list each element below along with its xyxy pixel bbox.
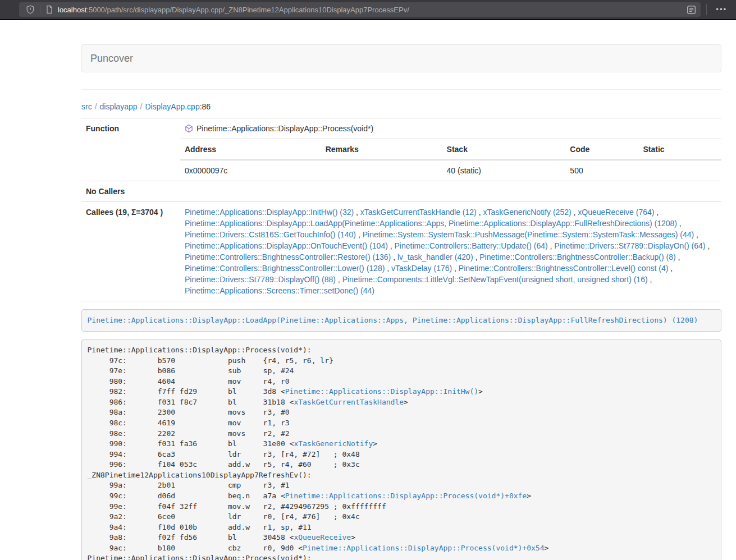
callee-link[interactable]: Pinetime::Controllers::BrightnessControl… xyxy=(479,253,675,261)
breadcrumb-separator: / xyxy=(140,102,143,111)
column-header-remarks: Remarks xyxy=(321,139,442,160)
callee-link[interactable]: Pinetime::Applications::DisplayApp::Init… xyxy=(185,208,354,217)
shield-icon[interactable] xyxy=(26,5,35,14)
toolbar-divider xyxy=(706,4,707,15)
callers-value xyxy=(180,181,721,202)
callee-link[interactable]: Pinetime::Drivers::Cst816S::GetTouchInfo… xyxy=(185,230,356,239)
page-container: Puncover src/displayapp/DisplayApp.cpp:8… xyxy=(81,44,721,560)
function-stats-table: Address Remarks Stack Code Static 0x0000… xyxy=(180,139,721,181)
callee-link[interactable]: Pinetime::System::SystemTask::PushMessag… xyxy=(363,230,694,239)
urlbar-divider xyxy=(40,5,40,15)
callee-link[interactable]: lv_task_handler (420) xyxy=(397,253,473,261)
url-bar[interactable]: localhost:5000/path/src/displayapp/Displ… xyxy=(19,2,701,17)
remarks-value xyxy=(321,160,442,181)
callee-link[interactable]: Pinetime::Controllers::BrightnessControl… xyxy=(185,253,391,261)
stats-header-row: Address Remarks Stack Code Static xyxy=(180,139,721,160)
assembly-code: Pinetime::Applications::DisplayApp::Proc… xyxy=(81,339,721,560)
callee-link[interactable]: Pinetime::Controllers::BrightnessControl… xyxy=(185,264,385,273)
callee-link[interactable]: Pinetime::Components::LittleVgl::SetNewT… xyxy=(342,275,648,284)
callee-link[interactable]: xTaskGetCurrentTaskHandle (12) xyxy=(360,208,477,217)
callee-link[interactable]: Pinetime::Drivers::St7789::DisplayOn() (… xyxy=(554,241,705,250)
asm-symbol-link[interactable]: Pinetime::Applications::DisplayApp::Init… xyxy=(285,387,478,396)
callee-link[interactable]: Pinetime::Drivers::St7789::DisplayOff() … xyxy=(185,275,336,284)
callee-link[interactable]: xTaskGenericNotify (252) xyxy=(483,208,571,217)
app-navbar: Puncover xyxy=(81,44,721,72)
column-header-address: Address xyxy=(180,139,321,160)
package-cube-icon xyxy=(185,124,193,133)
function-row: Function Pinetime::Applications::Display… xyxy=(81,118,721,181)
function-name: Pinetime::Applications::DisplayApp::Proc… xyxy=(196,124,373,133)
callee-link[interactable]: Pinetime::Controllers::BrightnessControl… xyxy=(459,264,668,273)
callee-link[interactable]: Pinetime::Applications::DisplayApp::Load… xyxy=(185,219,677,228)
callee-link[interactable]: Pinetime::Applications::Screens::Timer::… xyxy=(185,286,374,295)
breadcrumb-link-file[interactable]: DisplayApp.cpp xyxy=(145,102,199,111)
brand-link[interactable]: Puncover xyxy=(90,53,133,65)
callees-value: Pinetime::Applications::DisplayApp::Init… xyxy=(180,202,721,301)
address-value: 0x0000097c xyxy=(180,160,321,181)
menu-icon[interactable]: ••• xyxy=(712,2,730,17)
column-header-stack: Stack xyxy=(442,139,566,160)
callers-row: No Callers xyxy=(81,181,721,202)
browser-toolbar: localhost:5000/path/src/displayapp/Displ… xyxy=(0,0,736,20)
asm-symbol-link[interactable]: xQueueReceive xyxy=(294,533,351,541)
stats-value-row: 0x0000097c 40 (static) 500 xyxy=(180,160,721,181)
breadcrumb-link-displayapp[interactable]: displayapp xyxy=(100,102,138,111)
highlighted-symbol-block: Pinetime::Applications::DisplayApp::Load… xyxy=(81,309,721,332)
divider xyxy=(81,89,721,90)
highlighted-symbol-link[interactable]: Pinetime::Applications::DisplayApp::Load… xyxy=(88,316,698,324)
callees-row: Callees (19, Σ=3704 ) Pinetime::Applicat… xyxy=(81,202,721,301)
stack-value: 40 (static) xyxy=(442,160,566,181)
static-value xyxy=(638,160,721,181)
callees-list: Pinetime::Applications::DisplayApp::Init… xyxy=(180,202,721,301)
function-info-table: Function Pinetime::Applications::Display… xyxy=(81,118,721,301)
callee-link[interactable]: vTaskDelay (176) xyxy=(391,264,452,273)
breadcrumb: src/displayapp/DisplayApp.cpp:86 xyxy=(81,101,721,112)
function-row-label: Function xyxy=(81,118,180,181)
breadcrumb-separator: / xyxy=(95,102,97,111)
no-callers-label: No Callers xyxy=(81,181,180,202)
asm-symbol-link[interactable]: xTaskGetCurrentTaskHandle xyxy=(294,398,404,406)
asm-symbol-link[interactable]: Pinetime::Applications::DisplayApp::Proc… xyxy=(285,492,527,500)
url-host: localhost xyxy=(58,6,86,14)
column-header-static: Static xyxy=(638,139,721,160)
breadcrumb-line-number: :86 xyxy=(200,102,211,111)
callee-link[interactable]: xQueueReceive (764) xyxy=(578,208,654,217)
page-icon xyxy=(45,5,53,14)
function-row-value: Pinetime::Applications::DisplayApp::Proc… xyxy=(180,118,721,181)
callees-label: Callees (19, Σ=3704 ) xyxy=(81,202,180,301)
function-name-line: Pinetime::Applications::DisplayApp::Proc… xyxy=(180,118,721,139)
url-text[interactable]: localhost:5000/path/src/displayapp/Displ… xyxy=(58,6,687,14)
callee-link[interactable]: Pinetime::Controllers::Battery::Update()… xyxy=(395,241,548,250)
url-path: :5000/path/src/displayapp/DisplayApp.cpp… xyxy=(86,6,409,14)
asm-symbol-link[interactable]: Pinetime::Applications::DisplayApp::Proc… xyxy=(303,544,544,552)
reader-mode-icon[interactable] xyxy=(687,5,696,15)
asm-symbol-link[interactable]: xTaskGenericNotify xyxy=(294,439,373,448)
breadcrumb-link-src[interactable]: src xyxy=(81,102,92,111)
column-header-code: Code xyxy=(565,139,638,160)
callee-link[interactable]: Pinetime::Applications::DisplayApp::OnTo… xyxy=(185,241,388,250)
code-value: 500 xyxy=(565,160,638,181)
